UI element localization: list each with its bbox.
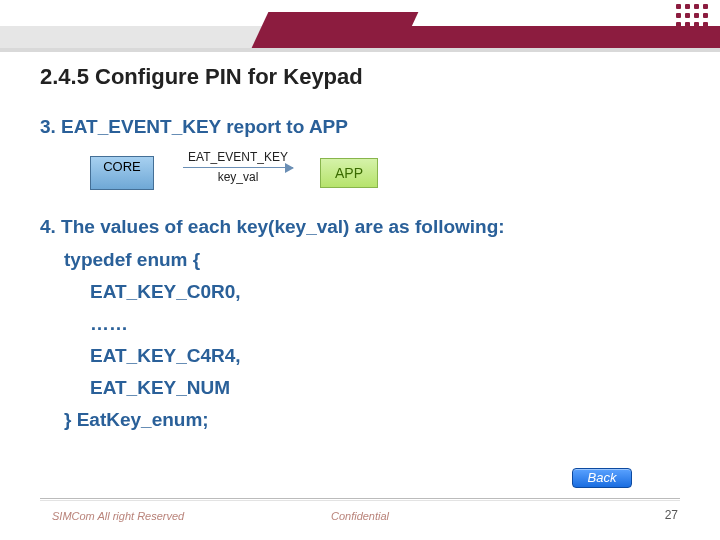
page-number: 27 xyxy=(665,508,678,522)
header-ribbon xyxy=(0,0,720,54)
arrow-label-group: EAT_EVENT_KEY key_val xyxy=(168,150,308,184)
code-line: EAT_KEY_C0R0, xyxy=(64,276,241,308)
code-line: EAT_KEY_C4R4, xyxy=(64,340,241,372)
footer-confidential: Confidential xyxy=(0,510,720,522)
event-flow-diagram: CORE EAT_EVENT_KEY key_val APP xyxy=(90,150,420,196)
code-line: typedef enum { xyxy=(64,249,200,270)
back-button[interactable]: Back xyxy=(572,468,632,488)
app-box: APP xyxy=(320,158,378,188)
section-heading: 2.4.5 Configure PIN for Keypad xyxy=(40,64,363,90)
enum-code-block: typedef enum { EAT_KEY_C0R0, …… EAT_KEY_… xyxy=(64,244,241,436)
arrow-label-top: EAT_EVENT_KEY xyxy=(168,150,308,164)
core-box: CORE xyxy=(90,156,154,190)
code-line: …… xyxy=(64,308,241,340)
code-line: } EatKey_enum; xyxy=(64,409,209,430)
step-3-title: 3. EAT_EVENT_KEY report to APP xyxy=(40,116,348,138)
code-line: EAT_KEY_NUM xyxy=(64,372,241,404)
arrow-icon xyxy=(183,167,293,168)
step-4-title: 4. The values of each key(key_val) are a… xyxy=(40,216,505,238)
footer-divider xyxy=(40,498,680,500)
